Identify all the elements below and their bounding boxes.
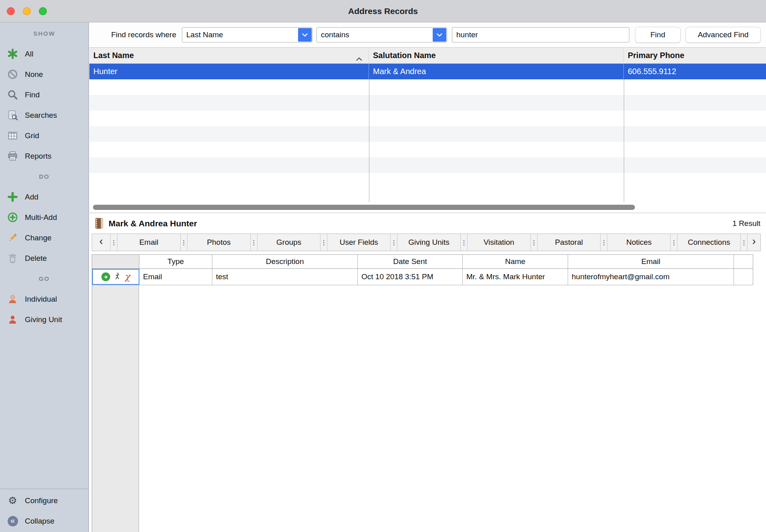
detail-tab-bar: ‹ ⋮ Email ⋮ Photos ⋮ Groups ⋮ User Field… (92, 234, 761, 251)
row-selector-cell[interactable]: χ (92, 269, 139, 285)
person-red-icon (7, 314, 18, 325)
empty-row (89, 111, 766, 126)
minimize-button[interactable] (23, 7, 31, 15)
tab-options-icon[interactable]: ⋮ (741, 234, 748, 251)
empty-row (89, 126, 766, 142)
record-title: Mark & Andrea Hunter (109, 219, 197, 228)
sidebar-item-searches[interactable]: Searches (0, 105, 89, 125)
sidebar-item-label: None (25, 70, 43, 79)
walking-person-icon[interactable] (113, 272, 121, 282)
field-select-dropdown-button[interactable] (298, 28, 312, 42)
cell-name: Mr. & Mrs. Mark Hunter (463, 269, 568, 285)
sidebar-item-none[interactable]: None (0, 64, 89, 85)
collapse-button[interactable]: « Collapse (0, 511, 89, 531)
find-records-where-label: Find records where (93, 22, 176, 47)
column-header-name[interactable]: Name (463, 255, 568, 268)
sort-ascending-icon (356, 54, 362, 63)
cell-last-name: Hunter (89, 64, 369, 79)
tab-options-icon[interactable]: ⋮ (531, 234, 538, 251)
tab-visitation[interactable]: Visitation (468, 234, 531, 251)
detail-row[interactable]: χ Email test Oct 10 2018 3:51 PM Mr. & M… (92, 269, 753, 285)
pencil-icon (7, 232, 18, 243)
printer-icon (7, 151, 18, 161)
sidebar-item-grid[interactable]: Grid (0, 125, 89, 146)
sidebar-item-add[interactable]: Add (0, 187, 89, 207)
sidebar-item-label: Multi-Add (25, 213, 57, 222)
tab-pastoral[interactable]: Pastoral (538, 234, 601, 251)
go-to-record-icon[interactable] (101, 272, 110, 281)
column-header-description[interactable]: Description (212, 255, 358, 268)
collapse-icon: « (7, 516, 18, 526)
tab-giving-units[interactable]: Giving Units (397, 234, 461, 251)
close-button[interactable] (7, 7, 15, 15)
sidebar-item-label: Searches (25, 111, 57, 120)
sidebar-item-giving-unit[interactable]: Giving Unit (0, 309, 89, 330)
scrollbar-thumb[interactable] (93, 205, 635, 210)
main-panel: Find records where Last Name contains Fi… (89, 22, 766, 532)
tab-options-icon[interactable]: ⋮ (321, 234, 327, 251)
chevron-down-icon (437, 33, 442, 37)
person-icon (7, 294, 18, 304)
operator-select[interactable]: contains (316, 27, 447, 42)
sidebar-item-delete[interactable]: Delete (0, 248, 89, 268)
address-book-icon (94, 218, 104, 229)
column-header-email[interactable]: Email (568, 255, 734, 268)
tab-scroll-right-button[interactable]: › (748, 234, 760, 251)
column-header-primary-phone[interactable]: Primary Phone (624, 48, 766, 63)
tab-options-icon[interactable]: ⋮ (461, 234, 468, 251)
column-header-empty (734, 255, 753, 268)
sidebar-item-multi-add[interactable]: Multi-Add (0, 207, 89, 228)
tab-photos[interactable]: Photos (187, 234, 251, 251)
empty-row (89, 157, 766, 173)
sidebar-item-all[interactable]: All (0, 44, 89, 64)
sidebar-item-reports[interactable]: Reports (0, 146, 89, 166)
tab-options-icon[interactable]: ⋮ (391, 234, 397, 251)
tab-email[interactable]: Email (117, 234, 181, 251)
advanced-find-button[interactable]: Advanced Find (685, 27, 761, 43)
find-bar: Find records where Last Name contains Fi… (89, 22, 766, 47)
tab-connections[interactable]: Connections (677, 234, 741, 251)
result-row-selected[interactable]: Hunter Mark & Andrea 606.555.9112 (89, 64, 766, 79)
results-table-body: Hunter Mark & Andrea 606.555.9112 (89, 64, 766, 202)
plus-circle-icon (7, 212, 18, 223)
delete-x-icon[interactable]: χ (125, 272, 130, 281)
horizontal-scrollbar[interactable] (89, 202, 766, 213)
tab-groups[interactable]: Groups (258, 234, 321, 251)
empty-row (89, 95, 766, 111)
find-button[interactable]: Find (635, 27, 681, 43)
tab-options-icon[interactable]: ⋮ (111, 234, 117, 251)
operator-select-dropdown-button[interactable] (433, 28, 446, 42)
zoom-button[interactable] (39, 7, 47, 15)
sidebar-section-go: GO (0, 268, 89, 289)
tab-options-icon[interactable]: ⋮ (251, 234, 258, 251)
sidebar-item-label: Find (25, 91, 40, 99)
sidebar-item-label: All (25, 50, 33, 58)
column-header-last-name[interactable]: Last Name (89, 48, 369, 63)
cell-type: Email (139, 269, 212, 285)
plus-icon (7, 191, 18, 202)
magnifier-icon (7, 89, 18, 100)
operator-select-value: contains (317, 30, 432, 39)
configure-button[interactable]: ⚙ Configure (0, 490, 89, 511)
sidebar-item-find[interactable]: Find (0, 85, 89, 105)
window-title: Address Records (0, 0, 766, 22)
tab-options-icon[interactable]: ⋮ (671, 234, 677, 251)
column-header-date-sent[interactable]: Date Sent (358, 255, 463, 268)
field-select-value: Last Name (182, 30, 298, 39)
row-selector-column-header (92, 255, 139, 268)
tab-notices[interactable]: Notices (607, 234, 671, 251)
column-header-type[interactable]: Type (139, 255, 212, 268)
sidebar-item-label: Reports (25, 152, 52, 161)
search-input[interactable] (452, 27, 629, 42)
tab-user-fields[interactable]: User Fields (327, 234, 391, 251)
column-header-salutation-name[interactable]: Salutation Name (369, 48, 624, 63)
field-select[interactable]: Last Name (182, 27, 312, 42)
tab-options-icon[interactable]: ⋮ (601, 234, 607, 251)
sidebar-item-change[interactable]: Change (0, 228, 89, 248)
tab-scroll-left-button[interactable]: ‹ (92, 234, 111, 251)
tab-options-icon[interactable]: ⋮ (181, 234, 187, 251)
results-table-header: Last Name Salutation Name Primary Phone (89, 47, 766, 64)
sidebar-item-label: Individual (25, 295, 57, 304)
empty-row (89, 79, 766, 95)
sidebar-item-individual[interactable]: Individual (0, 289, 89, 309)
